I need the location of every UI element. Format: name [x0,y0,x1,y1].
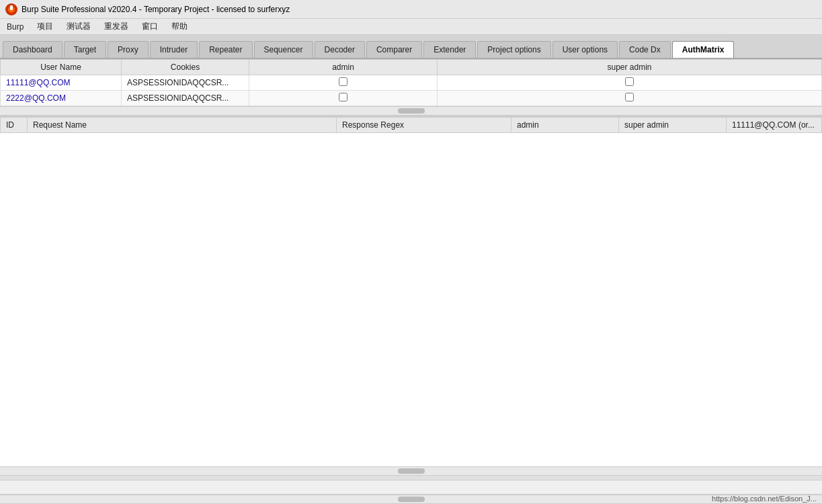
col-header-request-name: Request Name [28,118,337,133]
tab-comparer[interactable]: Comparer [366,41,422,58]
scrollbar-thumb-upper[interactable] [398,108,425,114]
scrollbar-thumb-bottom-1[interactable] [398,468,425,474]
col-header-admin2: admin [511,118,619,133]
main-content: User Name Cookies admin super admin 1111… [0,59,822,504]
lower-section: ID Request Name Response Regex admin sup… [0,117,822,504]
checkbox-superadmin-1[interactable] [625,93,634,101]
app-logo [5,3,17,15]
menu-resender[interactable]: 重发器 [100,19,132,34]
tab-extender[interactable]: Extender [423,41,476,58]
col-header-user: 11111@QQ.COM (or... [727,118,822,133]
cell-username-1: 2222@QQ.COM [1,91,122,106]
requests-table: ID Request Name Response Regex admin sup… [0,117,822,133]
cell-superadmin-0[interactable] [438,75,822,91]
cell-username-0: 11111@QQ.COM [1,75,122,91]
menu-project[interactable]: 项目 [33,19,57,34]
col-header-cookies: Cookies [122,60,249,75]
users-table: User Name Cookies admin super admin 1111… [0,59,822,106]
menu-window[interactable]: 窗口 [138,19,162,34]
checkbox-admin-1[interactable] [339,93,347,101]
tab-repeater[interactable]: Repeater [199,41,252,58]
bottom-scrollbar-strip-1[interactable] [0,466,822,476]
tab-decoder[interactable]: Decoder [315,41,365,58]
checkbox-superadmin-0[interactable] [625,77,634,86]
cell-superadmin-1[interactable] [438,91,822,106]
menu-tester[interactable]: 测试器 [63,19,95,34]
col-header-superadmin: super admin [438,60,822,75]
tab-user-options[interactable]: User options [552,41,618,58]
col-header-response-regex: Response Regex [337,118,511,133]
upper-scrollbar[interactable] [0,106,822,116]
menu-bar: Burp 项目 测试器 重发器 窗口 帮助 [0,19,822,35]
cell-cookies-1: ASPSESSIONIDAQQCSR... [122,91,249,106]
tab-dashboard[interactable]: Dashboard [3,41,63,58]
table-row: 11111@QQ.COM ASPSESSIONIDAQQCSR... [1,75,822,91]
title-text: Burp Suite Professional v2020.4 - Tempor… [22,5,290,14]
cell-admin-0[interactable] [249,75,438,91]
tab-sequencer[interactable]: Sequencer [254,41,313,58]
tab-intruder[interactable]: Intruder [150,41,198,58]
bottom-panel-strip [0,480,822,495]
upper-section: User Name Cookies admin super admin 1111… [0,59,822,117]
tab-code-dx[interactable]: Code Dx [619,41,671,58]
bottom-scrollbar-strip-2[interactable] [0,495,822,504]
cell-cookies-0: ASPSESSIONIDAQQCSR... [122,75,249,91]
col-header-id: ID [1,118,28,133]
scrollbar-thumb-bottom-2[interactable] [398,497,425,502]
tab-bar: Dashboard Target Proxy Intruder Repeater… [0,35,822,59]
tab-target[interactable]: Target [64,41,106,58]
tab-authmatrix[interactable]: AuthMatrix [672,41,735,58]
title-bar: Burp Suite Professional v2020.4 - Tempor… [0,0,822,19]
table-row: 2222@QQ.COM ASPSESSIONIDAQQCSR... [1,91,822,106]
tab-proxy[interactable]: Proxy [108,41,149,58]
checkbox-admin-0[interactable] [339,77,347,86]
col-header-username: User Name [1,60,122,75]
bottom-scrollbar-area [0,466,822,504]
menu-burp[interactable]: Burp [3,21,28,33]
col-header-superadmin2: super admin [619,118,727,133]
empty-content-area [0,133,822,281]
cell-admin-1[interactable] [249,91,438,106]
url-bar: https://blog.csdn.net/Edison_J... [712,495,817,503]
menu-help[interactable]: 帮助 [167,19,192,34]
svg-rect-2 [10,5,13,10]
tab-project-options[interactable]: Project options [477,41,550,58]
col-header-admin: admin [249,60,438,75]
